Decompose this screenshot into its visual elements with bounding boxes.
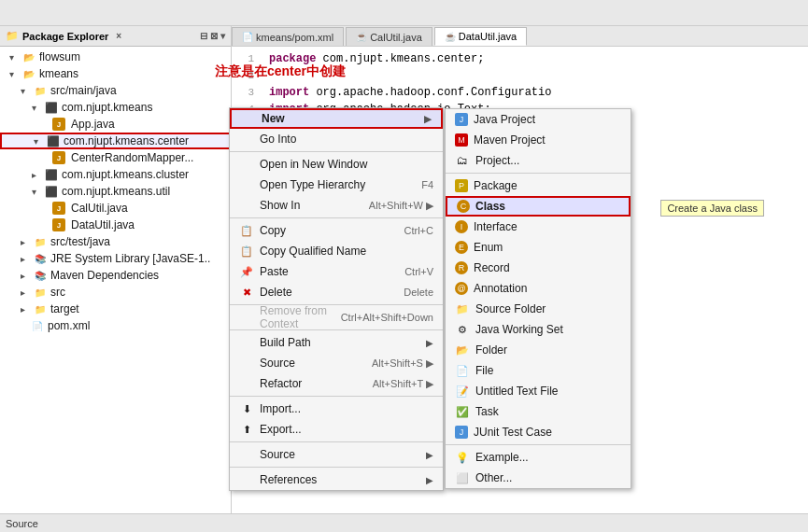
submenu-item-file[interactable]: 📄 File [446, 360, 631, 381]
tree-item-pom[interactable]: 📄 pom.xml [0, 317, 231, 334]
editor-tabs: 📄 kmeans/pom.xml ☕ CalUtil.java ☕ DataUt… [232, 26, 808, 47]
menu-label: Source [260, 357, 295, 370]
submenu-item-record[interactable]: R Record [446, 258, 631, 278]
menu-item-references[interactable]: References ▶ [230, 469, 443, 490]
submenu-item-folder[interactable]: 📂 Folder [446, 340, 631, 360]
menu-item-refactor[interactable]: Refactor Alt+Shift+T ▶ [230, 373, 443, 394]
submenu-item-other[interactable]: ⬜ Other... [446, 468, 631, 488]
menu-item-source[interactable]: Source Alt+Shift+S ▶ [230, 353, 443, 373]
menu-item-new[interactable]: New ▶ [230, 108, 443, 129]
menu-label: References [260, 473, 317, 486]
menu-item-left: Refactor [239, 376, 302, 391]
tree-item-calutil[interactable]: J CalUtil.java [0, 200, 231, 217]
submenu-item-java-project[interactable]: J Java Project [446, 109, 631, 130]
tree-item-com-njupt-kmeans-center[interactable]: ⬛ com.njupt.kmeans.center [0, 133, 231, 149]
submenu-item-junit[interactable]: J JUnit Test Case [446, 422, 631, 442]
tab-pom[interactable]: 📄 kmeans/pom.xml [232, 27, 344, 46]
menu-item-go-into[interactable]: Go Into [230, 129, 443, 149]
tree-item-center-random-mapper[interactable]: J CenterRandomMapper... [0, 149, 231, 166]
submenu-item-interface[interactable]: I Interface [446, 217, 631, 237]
tree-label: DataUtil.java [71, 218, 135, 231]
panel-toolbar: ⊟ ⊠ ▾ [200, 31, 225, 41]
menu-item-copy-qualified[interactable]: 📋 Copy Qualified Name [230, 241, 443, 261]
arrow-icon [28, 133, 43, 148]
menu-item-left: Source [239, 447, 295, 462]
tree-label: CenterRandomMapper... [71, 151, 193, 164]
tree-item-cluster[interactable]: ⬛ com.njupt.kmeans.cluster [0, 166, 231, 183]
folder-icon: 📂 [455, 343, 470, 357]
collapse-icon[interactable]: ⊟ [200, 31, 207, 41]
tab-icon: ☕ [445, 32, 456, 42]
submenu-label: Java Project [474, 113, 535, 126]
app-container: 📁 Package Explorer × ⊟ ⊠ ▾ 📂 flowsum [0, 0, 808, 532]
task-icon: ✅ [455, 404, 470, 419]
menu-item-left: 📋 Copy [239, 223, 286, 238]
folder-icon: 📁 [33, 83, 48, 98]
arrow-icon [15, 268, 30, 283]
panel-close-icon[interactable]: × [116, 31, 121, 41]
menu-item-show-in[interactable]: Show In Alt+Shift+W ▶ [230, 195, 443, 216]
tree-item-src-test[interactable]: 📁 src/test/java [0, 233, 231, 250]
tree-item-src-main[interactable]: 📁 src/main/java [0, 82, 231, 99]
tree-label: Maven Dependencies [50, 269, 159, 282]
package-icon: ⬛ [44, 167, 59, 182]
tree-item-app-java[interactable]: J App.java [0, 116, 231, 133]
submenu-item-maven-project[interactable]: M Maven Project [446, 130, 631, 150]
class-icon: C [457, 200, 470, 213]
arrow-icon [15, 234, 30, 249]
shortcut: Ctrl+Alt+Shift+Down [341, 312, 433, 323]
submenu-label: Record [474, 261, 510, 274]
submenu-item-annotation[interactable]: @ Annotation [446, 278, 631, 299]
menu-item-export[interactable]: ⬆ Export... [230, 419, 443, 440]
menu-item-left: ⬇ Import... [239, 401, 301, 416]
shortcut: Ctrl+V [404, 266, 433, 277]
tree-item-target[interactable]: 📁 target [0, 301, 231, 317]
tree-label: src/main/java [50, 84, 117, 97]
menu-item-open-new-window[interactable]: Open in New Window [230, 154, 443, 175]
submenu-label: File [475, 364, 493, 377]
menu-label: Show In [260, 199, 300, 212]
menu-icon[interactable]: ▾ [220, 31, 225, 41]
menu-item-delete[interactable]: ✖ Delete Delete [230, 282, 443, 302]
submenu-item-project[interactable]: 🗂 Project... [446, 150, 631, 171]
record-icon: R [455, 261, 468, 274]
tree-item-jre[interactable]: 📚 JRE System Library [JavaSE-1.. [0, 250, 231, 267]
tree-item-datautil[interactable]: J DataUtil.java [0, 217, 231, 233]
tab-calutil[interactable]: ☕ CalUtil.java [346, 27, 432, 46]
menu-label: Paste [260, 265, 289, 278]
submenu-item-untitled[interactable]: 📝 Untitled Text File [446, 381, 631, 401]
submenu-item-enum[interactable]: E Enum [446, 237, 631, 258]
panel-header-left: 📁 Package Explorer × [6, 30, 121, 42]
submenu-item-package[interactable]: P Package [446, 175, 631, 196]
menu-item-build-path[interactable]: Build Path ▶ [230, 332, 443, 353]
submenu-item-source-folder[interactable]: 📁 Source Folder [446, 299, 631, 319]
tree-item-maven[interactable]: 📚 Maven Dependencies [0, 267, 231, 284]
tree-item-util[interactable]: ⬛ com.njupt.kmeans.util [0, 183, 231, 200]
folder-icon: 📁 [33, 234, 48, 249]
submenu-item-class[interactable]: C Class Create a Java class [446, 196, 631, 217]
menu-item-paste[interactable]: 📌 Paste Ctrl+V [230, 261, 443, 282]
tree-label: src/test/java [50, 235, 110, 248]
menu-label: Import... [260, 402, 301, 415]
shortcut: Alt+Shift+W ▶ [369, 200, 433, 212]
package-icon: P [455, 179, 468, 192]
tree-item-kmeans[interactable]: 📂 kmeans [0, 65, 231, 82]
tree-label: src [50, 286, 65, 299]
tree-item-flowsum[interactable]: 📂 flowsum [0, 49, 231, 65]
menu-label: Remove from Context [260, 304, 333, 330]
menu-item-copy[interactable]: 📋 Copy Ctrl+C [230, 220, 443, 241]
tab-datautil[interactable]: ☕ DataUtil.java [434, 27, 527, 46]
submenu-item-example[interactable]: 💡 Example... [446, 447, 631, 468]
arrow-icon [15, 301, 30, 316]
submenu-item-java-working-set[interactable]: ⚙ Java Working Set [446, 319, 631, 340]
submenu-label: Java Working Set [475, 323, 563, 336]
submenu-item-task[interactable]: ✅ Task [446, 401, 631, 422]
lib-icon: 📚 [33, 251, 48, 266]
menu-item-type-hierarchy[interactable]: Open Type Hierarchy F4 [230, 175, 443, 195]
tree-item-com-njupt-kmeans[interactable]: ⬛ com.njupt.kmeans [0, 99, 231, 116]
tree-item-src[interactable]: 📁 src [0, 284, 231, 301]
link-icon[interactable]: ⊠ [210, 31, 218, 41]
menu-item-left: 📋 Copy Qualified Name [239, 244, 366, 259]
menu-item-source2[interactable]: Source ▶ [230, 444, 443, 465]
menu-item-import[interactable]: ⬇ Import... [230, 399, 443, 419]
